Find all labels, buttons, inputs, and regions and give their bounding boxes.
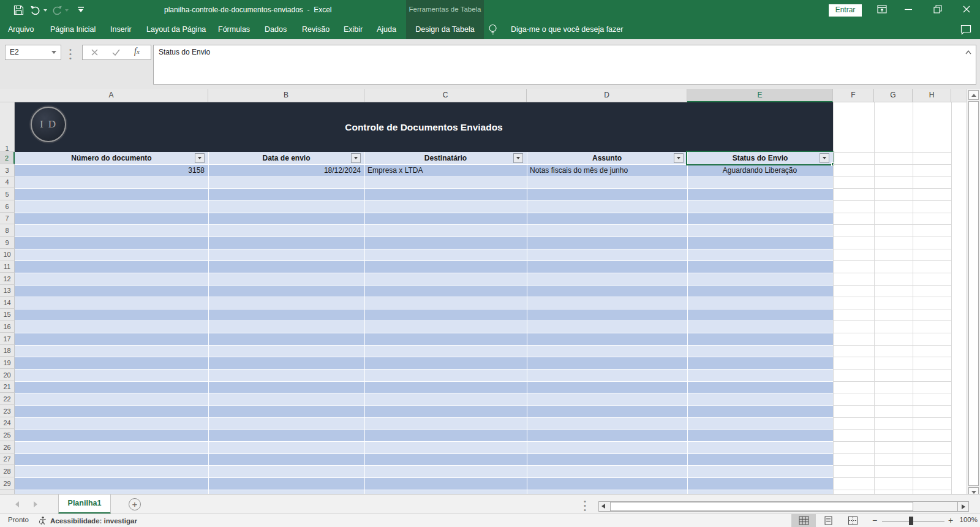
filter-button-1[interactable] <box>195 153 205 163</box>
tab-exibir[interactable]: Exibir <box>344 20 363 39</box>
row-header-21[interactable]: 21 <box>0 381 15 393</box>
prev-sheet-button[interactable] <box>15 501 19 507</box>
cell-r3-c5[interactable]: Aguardando Liberação <box>687 165 832 176</box>
zoom-out-button[interactable]: − <box>870 515 880 525</box>
vertical-scrollbar[interactable] <box>967 89 980 498</box>
row-header-12[interactable]: 12 <box>0 273 15 285</box>
row-header-1[interactable]: 1 <box>0 102 15 152</box>
row-header-3[interactable]: 3 <box>0 164 15 176</box>
scroll-up-button[interactable] <box>968 90 979 100</box>
row-header-27[interactable]: 27 <box>0 453 15 465</box>
filter-button-3[interactable] <box>513 153 523 163</box>
formula-bar-input[interactable]: Status do Envio <box>153 45 976 85</box>
column-header-F[interactable]: F <box>833 89 874 102</box>
cell-r3-c1[interactable]: 3158 <box>15 165 208 176</box>
new-sheet-button[interactable]: + <box>129 498 141 510</box>
tab-revisão[interactable]: Revisão <box>302 20 330 39</box>
vertical-scrollbar-thumb[interactable] <box>968 101 979 486</box>
zoom-slider-track[interactable] <box>882 521 944 521</box>
tab-dados[interactable]: Dados <box>265 20 287 39</box>
page-break-preview-button[interactable] <box>840 514 865 527</box>
column-header-G[interactable]: G <box>874 89 913 102</box>
row-header-14[interactable]: 14 <box>0 297 15 309</box>
zoom-slider-handle[interactable] <box>909 517 913 525</box>
column-header-E[interactable]: E <box>687 89 833 102</box>
row-header-19[interactable]: 19 <box>0 357 15 369</box>
name-box-dropdown-icon[interactable] <box>51 51 56 54</box>
row-header-15[interactable]: 15 <box>0 309 15 320</box>
ribbon-display-options-button[interactable] <box>873 0 891 18</box>
row-header-7[interactable]: 7 <box>0 213 15 224</box>
comments-icon[interactable] <box>960 25 971 35</box>
row-header-5[interactable]: 5 <box>0 188 15 200</box>
enter-icon[interactable] <box>112 49 120 56</box>
scroll-left-button[interactable] <box>601 504 605 509</box>
row-header-22[interactable]: 22 <box>0 393 15 405</box>
tab-fórmulas[interactable]: Fórmulas <box>218 20 250 39</box>
tab-página-inicial[interactable]: Página Inicial <box>50 20 96 39</box>
filter-button-2[interactable] <box>351 153 361 163</box>
tab-ajuda[interactable]: Ajuda <box>377 20 396 39</box>
tab-scrollbar-splitter[interactable]: ••• <box>584 499 586 512</box>
row-header-26[interactable]: 26 <box>0 441 15 453</box>
column-header-C[interactable]: C <box>364 89 527 102</box>
column-header-D[interactable]: D <box>527 89 687 102</box>
sign-in-button[interactable]: Entrar <box>829 4 862 17</box>
collapse-formula-bar-icon[interactable] <box>965 50 971 55</box>
horizontal-scrollbar-thumb[interactable] <box>610 502 913 511</box>
tab-inserir[interactable]: Inserir <box>110 20 132 39</box>
redo-dropdown[interactable] <box>65 9 69 12</box>
tell-me-box[interactable]: Diga-me o que você deseja fazer <box>511 20 623 39</box>
row-header-28[interactable]: 28 <box>0 465 15 477</box>
row-header-29[interactable]: 29 <box>0 477 15 490</box>
row-header-25[interactable]: 25 <box>0 429 15 441</box>
table-tools-label: Ferramentas de Tabela <box>406 6 484 13</box>
row-header-6[interactable]: 6 <box>0 200 15 213</box>
row-header-10[interactable]: 10 <box>0 249 15 260</box>
row-header-4[interactable]: 4 <box>0 176 15 188</box>
sheet-tab-planilha1[interactable]: Planilha1 <box>58 495 111 514</box>
tab-design-da-tabela[interactable]: Design da Tabela <box>406 20 484 39</box>
cell-r3-c4[interactable]: Notas fiscais do mês de junho <box>527 165 687 176</box>
accessibility-status[interactable]: Acessibilidade: investigar <box>38 516 137 525</box>
normal-view-button[interactable] <box>791 514 816 527</box>
minimize-button[interactable] <box>899 0 918 18</box>
column-header-H[interactable]: H <box>913 89 951 102</box>
redo-icon[interactable] <box>51 6 62 15</box>
column-header-A[interactable]: A <box>15 89 208 102</box>
customize-quick-access-icon[interactable] <box>77 7 85 13</box>
close-button[interactable] <box>957 0 976 18</box>
page-layout-view-button[interactable] <box>816 514 840 527</box>
insert-function-icon[interactable]: fx <box>134 47 140 56</box>
row-header-23[interactable]: 23 <box>0 405 15 417</box>
scroll-right-button[interactable] <box>957 502 968 511</box>
next-sheet-button[interactable] <box>34 501 37 507</box>
cell-r3-c2[interactable]: 18/12/2024 <box>208 165 364 176</box>
zoom-in-button[interactable]: + <box>946 515 956 525</box>
row-header-24[interactable]: 24 <box>0 417 15 429</box>
cell-r3-c3[interactable]: Empresa x LTDA <box>364 165 526 176</box>
tab-arquivo[interactable]: Arquivo <box>8 20 34 39</box>
column-header-partial[interactable] <box>951 89 967 102</box>
row-header-13[interactable]: 13 <box>0 285 15 297</box>
formula-bar-splitter[interactable]: ••• <box>69 48 72 61</box>
row-header-8[interactable]: 8 <box>0 224 15 237</box>
row-header-9[interactable]: 9 <box>0 237 15 249</box>
row-header-18[interactable]: 18 <box>0 345 15 357</box>
undo-dropdown[interactable] <box>43 9 47 12</box>
row-header-2[interactable]: 2 <box>0 152 15 164</box>
row-header-17[interactable]: 17 <box>0 333 15 345</box>
row-header-16[interactable]: 16 <box>0 320 15 333</box>
row-header-30[interactable] <box>0 490 15 494</box>
row-header-11[interactable]: 11 <box>0 260 15 273</box>
horizontal-scrollbar[interactable] <box>598 501 969 512</box>
table-header-4: Assunto <box>527 152 687 164</box>
undo-icon[interactable] <box>31 6 41 15</box>
column-header-B[interactable]: B <box>208 89 364 102</box>
tab-layout-da-página[interactable]: Layout da Página <box>146 20 206 39</box>
cancel-icon[interactable] <box>91 49 98 56</box>
filter-button-4[interactable] <box>674 153 684 163</box>
save-icon[interactable] <box>13 5 24 15</box>
restore-button[interactable] <box>929 0 947 18</box>
row-header-20[interactable]: 20 <box>0 369 15 381</box>
